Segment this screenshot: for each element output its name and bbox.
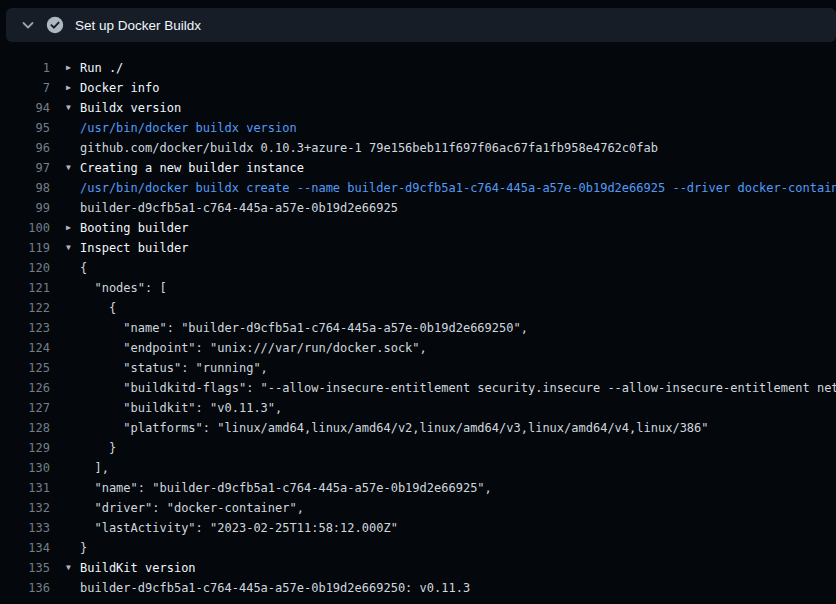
line-number[interactable]: 96: [0, 138, 50, 158]
gutter-spacer: [50, 578, 80, 598]
output-text: "status": "running",: [80, 358, 836, 378]
group-title[interactable]: Creating a new builder instance: [80, 158, 836, 178]
step-title: Set up Docker Buildx: [75, 18, 201, 33]
gutter-spacer: [50, 178, 80, 198]
gutter-spacer: [50, 478, 80, 498]
gutter-spacer: [50, 458, 80, 478]
log-line: 121 "nodes": [: [0, 278, 836, 298]
line-number[interactable]: 132: [0, 498, 50, 518]
output-text: "endpoint": "unix:///var/run/docker.sock…: [80, 338, 836, 358]
log-line: 134}: [0, 538, 836, 558]
gutter-spacer: [50, 518, 80, 538]
line-number[interactable]: 133: [0, 518, 50, 538]
line-number[interactable]: 123: [0, 318, 50, 338]
line-number[interactable]: 136: [0, 578, 50, 598]
log-group-line[interactable]: 97▼Creating a new builder instance: [0, 158, 836, 178]
command-text: /usr/bin/docker buildx create --name bui…: [80, 178, 836, 198]
gutter-spacer: [50, 498, 80, 518]
group-title[interactable]: Inspect builder: [80, 238, 836, 258]
log-line: 127 "buildkit": "v0.11.3",: [0, 398, 836, 418]
line-number[interactable]: 125: [0, 358, 50, 378]
log-lines: 1▶Run ./7▶Docker info94▼Buildx version95…: [0, 58, 836, 598]
gutter-spacer: [50, 258, 80, 278]
triangle-down-icon[interactable]: ▼: [50, 238, 80, 258]
gutter-spacer: [50, 198, 80, 218]
log-group-line[interactable]: 100▶Booting builder: [0, 218, 836, 238]
log-group-line[interactable]: 7▶Docker info: [0, 78, 836, 98]
log-line: 96github.com/docker/buildx 0.10.3+azure-…: [0, 138, 836, 158]
group-title[interactable]: BuildKit version: [80, 558, 836, 578]
output-text: "driver": "docker-container",: [80, 498, 836, 518]
output-text: ],: [80, 458, 836, 478]
triangle-down-icon[interactable]: ▼: [50, 158, 80, 178]
group-title[interactable]: Docker info: [80, 78, 836, 98]
line-number[interactable]: 94: [0, 98, 50, 118]
triangle-down-icon[interactable]: ▼: [50, 558, 80, 578]
log-line: 125 "status": "running",: [0, 358, 836, 378]
output-text: {: [80, 258, 836, 278]
log-line: 129 }: [0, 438, 836, 458]
log-line: 99builder-d9cfb5a1-c764-445a-a57e-0b19d2…: [0, 198, 836, 218]
line-number[interactable]: 98: [0, 178, 50, 198]
log-line: 126 "buildkitd-flags": "--allow-insecure…: [0, 378, 836, 398]
gutter-spacer: [50, 378, 80, 398]
log-group-line[interactable]: 94▼Buildx version: [0, 98, 836, 118]
output-text: builder-d9cfb5a1-c764-445a-a57e-0b19d2e6…: [80, 578, 836, 598]
line-number[interactable]: 135: [0, 558, 50, 578]
line-number[interactable]: 131: [0, 478, 50, 498]
output-text: "buildkit": "v0.11.3",: [80, 398, 836, 418]
line-number[interactable]: 99: [0, 198, 50, 218]
log-line: 98/usr/bin/docker buildx create --name b…: [0, 178, 836, 198]
output-text: "platforms": "linux/amd64,linux/amd64/v2…: [80, 418, 836, 438]
log-line: 122 {: [0, 298, 836, 318]
output-text: }: [80, 538, 836, 558]
line-number[interactable]: 100: [0, 218, 50, 238]
log-line: 120{: [0, 258, 836, 278]
line-number[interactable]: 134: [0, 538, 50, 558]
log-group-line[interactable]: 1▶Run ./: [0, 58, 836, 78]
log-line: 133 "lastActivity": "2023-02-25T11:58:12…: [0, 518, 836, 538]
group-title[interactable]: Booting builder: [80, 218, 836, 238]
line-number[interactable]: 121: [0, 278, 50, 298]
output-text: }: [80, 438, 836, 458]
triangle-down-icon[interactable]: ▼: [50, 98, 80, 118]
gutter-spacer: [50, 418, 80, 438]
check-circle-icon: [46, 16, 64, 34]
line-number[interactable]: 128: [0, 418, 50, 438]
output-text: "nodes": [: [80, 278, 836, 298]
chevron-down-icon[interactable]: [20, 17, 36, 33]
line-number[interactable]: 120: [0, 258, 50, 278]
triangle-right-icon[interactable]: ▶: [50, 58, 80, 78]
line-number[interactable]: 127: [0, 398, 50, 418]
line-number[interactable]: 130: [0, 458, 50, 478]
output-text: "lastActivity": "2023-02-25T11:58:12.000…: [80, 518, 836, 538]
gutter-spacer: [50, 398, 80, 418]
line-number[interactable]: 119: [0, 238, 50, 258]
line-number[interactable]: 95: [0, 118, 50, 138]
gutter-spacer: [50, 438, 80, 458]
line-number[interactable]: 122: [0, 298, 50, 318]
line-number[interactable]: 129: [0, 438, 50, 458]
log-group-line[interactable]: 119▼Inspect builder: [0, 238, 836, 258]
line-number[interactable]: 97: [0, 158, 50, 178]
gutter-spacer: [50, 118, 80, 138]
output-text: "buildkitd-flags": "--allow-insecure-ent…: [80, 378, 836, 398]
gutter-spacer: [50, 538, 80, 558]
group-title[interactable]: Buildx version: [80, 98, 836, 118]
triangle-right-icon[interactable]: ▶: [50, 78, 80, 98]
triangle-right-icon[interactable]: ▶: [50, 218, 80, 238]
gutter-spacer: [50, 278, 80, 298]
line-number[interactable]: 124: [0, 338, 50, 358]
step-header-set-up-docker-buildx[interactable]: Set up Docker Buildx: [6, 8, 836, 42]
group-title[interactable]: Run ./: [80, 58, 836, 78]
log-line: 131 "name": "builder-d9cfb5a1-c764-445a-…: [0, 478, 836, 498]
output-text: {: [80, 298, 836, 318]
line-number[interactable]: 1: [0, 58, 50, 78]
log-line: 95/usr/bin/docker buildx version: [0, 118, 836, 138]
gutter-spacer: [50, 298, 80, 318]
line-number[interactable]: 126: [0, 378, 50, 398]
log-group-line[interactable]: 135▼BuildKit version: [0, 558, 836, 578]
gutter-spacer: [50, 318, 80, 338]
output-text: github.com/docker/buildx 0.10.3+azure-1 …: [80, 138, 836, 158]
line-number[interactable]: 7: [0, 78, 50, 98]
